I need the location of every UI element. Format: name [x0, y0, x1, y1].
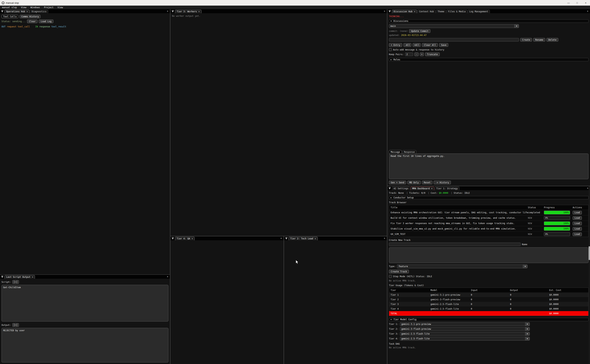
close-icon[interactable]: ×: [587, 187, 588, 189]
close-icon[interactable]: ×: [281, 237, 282, 240]
clear-button[interactable]: Clear: [27, 20, 38, 23]
close-icon[interactable]: ×: [32, 276, 33, 278]
tab-discussion-hub[interactable]: Discussion Hub ×: [392, 10, 417, 13]
discussion-select[interactable]: main ▼: [389, 24, 519, 28]
tab-tier4-qa[interactable]: Tier 4: QA ×: [175, 237, 194, 240]
load-track-button[interactable]: Load: [573, 211, 582, 214]
step-mode-checkbox[interactable]: [389, 275, 392, 278]
conductor-setup-header[interactable]: ▶ Conductor Setup: [389, 196, 589, 199]
tab-tier3-workers[interactable]: Tier 3: Workers ×: [175, 10, 201, 13]
to-history-button[interactable]: -> History: [434, 181, 451, 184]
decrement-button[interactable]: -: [415, 52, 418, 56]
add-entry-button[interactable]: + Entry: [389, 43, 402, 47]
close-icon[interactable]: ×: [198, 10, 200, 13]
delete-button[interactable]: Delete: [547, 38, 558, 42]
close-icon[interactable]: ×: [384, 10, 385, 13]
menu-item-manual-slop[interactable]: manual slop: [0, 6, 19, 9]
truncate-button[interactable]: Truncate: [425, 52, 440, 56]
close-icon[interactable]: ×: [384, 237, 385, 240]
panel-menu-icon[interactable]: [172, 10, 174, 13]
tab-theme[interactable]: Theme: [436, 10, 446, 13]
menu-item-view-2[interactable]: View: [56, 6, 65, 9]
track-type-select[interactable]: feature ▼: [397, 265, 528, 268]
scrollbar[interactable]: [589, 186, 590, 364]
table-row[interactable]: Stabilize visual_sim_mma_v2.py and mock_…: [389, 226, 588, 231]
load-track-button[interactable]: Load: [573, 222, 582, 225]
tier1-model-select[interactable]: gemini-3.1-pro-preview ▼: [400, 322, 530, 326]
panel-menu-icon[interactable]: [285, 237, 288, 240]
tab-context-hub[interactable]: Context Hub: [417, 10, 435, 13]
table-row[interactable]: Fix Tier 3 worker responses not reaching…: [389, 221, 588, 226]
keep-pairs-input[interactable]: [405, 52, 413, 56]
panel-menu-icon[interactable]: [1, 276, 4, 278]
tab-tier1-strategy[interactable]: Tier 1: Strategy: [435, 187, 460, 190]
panel-menu-icon[interactable]: [172, 237, 174, 240]
table-row[interactable]: Build UI for context window utilization,…: [389, 215, 588, 221]
tab-diagnostics[interactable]: Diagnostics: [30, 10, 48, 13]
panel-menu-icon[interactable]: [1, 10, 4, 13]
increment-button[interactable]: +: [420, 52, 424, 56]
close-icon[interactable]: ×: [414, 10, 415, 13]
table-row[interactable]: Enhance existing MMA orchestration GUI: …: [389, 210, 588, 215]
menu-item-project[interactable]: Project: [42, 6, 56, 9]
load-track-button[interactable]: Load: [573, 233, 582, 236]
close-icon[interactable]: ×: [167, 275, 168, 278]
tier-model-config-header[interactable]: ▼ Tier Model Config: [389, 318, 589, 321]
close-window-icon[interactable]: ×: [581, 0, 590, 6]
roles-section-header[interactable]: ▶ Roles: [389, 58, 589, 61]
tier3-model-select[interactable]: gemini-2.5-flash-lite ▼: [400, 332, 530, 336]
rename-button[interactable]: Rename: [533, 38, 545, 42]
menu-item-view[interactable]: View: [19, 6, 28, 9]
table-row[interactable]: UX_SIM_TEST NEW 0% Load: [389, 231, 588, 237]
track-name-input[interactable]: [389, 242, 521, 246]
auto-add-checkbox[interactable]: [389, 48, 392, 51]
minimize-icon[interactable]: —: [564, 0, 573, 6]
script-expand-button[interactable]: [+]: [12, 280, 19, 284]
output-textarea[interactable]: REJECTED by user: [1, 328, 168, 363]
message-textarea[interactable]: Read the first 10 lines of aggregate.py.: [389, 154, 589, 179]
load-track-button[interactable]: Load: [573, 227, 582, 231]
tier2-model-select[interactable]: gemini-3-flash-preview ▼: [400, 327, 530, 331]
output-expand-button[interactable]: [+]: [12, 323, 19, 327]
tab-ai-settings[interactable]: AI Settings: [392, 187, 410, 190]
gen-send-button[interactable]: Gen + Send: [389, 181, 406, 184]
tab-mma-dashboard[interactable]: MMA Dashboard ×: [410, 187, 434, 190]
load-track-button[interactable]: Load: [573, 216, 582, 220]
create-button[interactable]: Create: [520, 38, 532, 42]
close-icon[interactable]: ×: [192, 237, 193, 240]
create-track-button[interactable]: Create Track: [389, 270, 409, 273]
close-icon[interactable]: ×: [167, 10, 168, 13]
tab-operations-hub[interactable]: Operations Hub ×: [5, 10, 29, 13]
script-textarea[interactable]: Get-ChildItem: [1, 285, 168, 322]
tab-tier2-tech-lead[interactable]: Tier 2: Tech Lead ×: [288, 237, 318, 240]
tool-call-log-line[interactable]: OUT request tool_call IN response tool_r…: [1, 25, 168, 28]
load-log-button[interactable]: Load Log: [39, 20, 53, 23]
reset-button[interactable]: Reset: [422, 181, 432, 184]
tab-message[interactable]: Message: [389, 150, 402, 154]
menu-item-windows[interactable]: Windows: [28, 6, 42, 9]
maximize-icon[interactable]: □: [573, 0, 581, 6]
track-description-textarea[interactable]: [389, 247, 589, 263]
panel-menu-icon[interactable]: [389, 10, 391, 13]
md-only-button[interactable]: MD Only: [407, 181, 421, 184]
close-icon[interactable]: ×: [431, 187, 432, 190]
close-icon[interactable]: ×: [587, 10, 588, 13]
close-icon[interactable]: ×: [315, 237, 316, 240]
tab-log-management[interactable]: Log Management: [468, 10, 490, 13]
plus-all-button[interactable]: +All: [413, 43, 421, 47]
minus-all-button[interactable]: -All: [403, 43, 411, 47]
clear-all-button[interactable]: Clear All: [422, 43, 438, 47]
panel-menu-icon[interactable]: [389, 187, 391, 190]
tab-files-media[interactable]: Files & Media: [446, 10, 467, 13]
tab-comms-history[interactable]: Comms History: [20, 15, 40, 18]
tab-tool-calls[interactable]: Tool Calls: [1, 15, 18, 18]
scrollbar-thumb[interactable]: [589, 246, 590, 260]
discussions-section-header[interactable]: ▼ Discussions: [389, 19, 589, 23]
tab-last-script-output[interactable]: Last Script Output ×: [5, 275, 35, 279]
tier4-model-select[interactable]: gemini-2.5-flash-lite ▼: [400, 337, 530, 341]
discussion-name-input[interactable]: [389, 38, 519, 42]
close-icon[interactable]: ×: [27, 10, 28, 13]
tab-response[interactable]: Response: [402, 150, 416, 154]
save-button[interactable]: Save: [439, 43, 448, 47]
update-commit-button[interactable]: Update Commit: [409, 29, 430, 33]
